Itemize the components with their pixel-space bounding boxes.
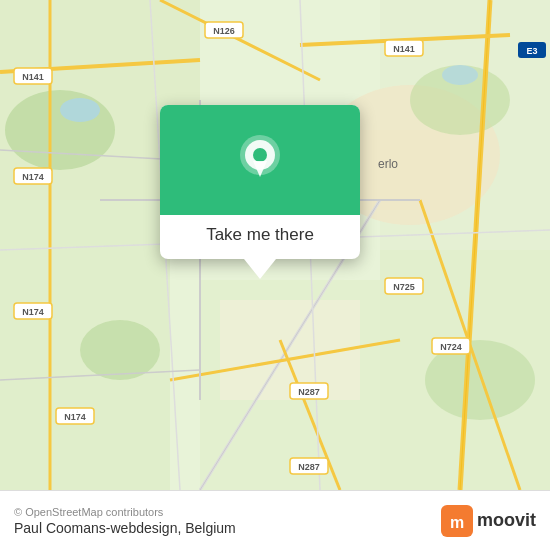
svg-text:N126: N126 [213, 26, 235, 36]
svg-text:N725: N725 [393, 282, 415, 292]
svg-text:erlo: erlo [378, 157, 398, 171]
svg-text:N141: N141 [393, 44, 415, 54]
attribution-text: © OpenStreetMap contributors [14, 506, 431, 518]
attribution-label: © OpenStreetMap contributors [14, 506, 163, 518]
svg-text:N174: N174 [64, 412, 86, 422]
svg-point-58 [253, 148, 267, 162]
svg-point-13 [60, 98, 100, 122]
svg-text:N141: N141 [22, 72, 44, 82]
popup-footer[interactable]: Take me there [160, 215, 360, 259]
svg-point-9 [5, 90, 115, 170]
moovit-logo-icon: m [441, 505, 473, 537]
take-me-there-label: Take me there [206, 225, 314, 245]
svg-point-10 [80, 320, 160, 380]
svg-text:E3: E3 [526, 46, 537, 56]
popup-card: Take me there [160, 105, 360, 259]
svg-text:N174: N174 [22, 307, 44, 317]
svg-text:N287: N287 [298, 462, 320, 472]
svg-point-14 [442, 65, 478, 85]
svg-text:N724: N724 [440, 342, 462, 352]
moovit-brand-text: moovit [477, 510, 536, 531]
popup-pointer [244, 259, 276, 279]
svg-text:m: m [450, 514, 464, 531]
moovit-logo: m moovit [441, 505, 536, 537]
location-title: Paul Coomans-webdesign, Belgium [14, 520, 431, 536]
bottom-bar: © OpenStreetMap contributors Paul Cooman… [0, 490, 550, 550]
location-pin-icon [233, 133, 287, 187]
popup-header [160, 105, 360, 215]
svg-text:N287: N287 [298, 387, 320, 397]
map-container: N141 N126 N141 E3 N174 N174 N174 N725 N7… [0, 0, 550, 490]
svg-text:N174: N174 [22, 172, 44, 182]
